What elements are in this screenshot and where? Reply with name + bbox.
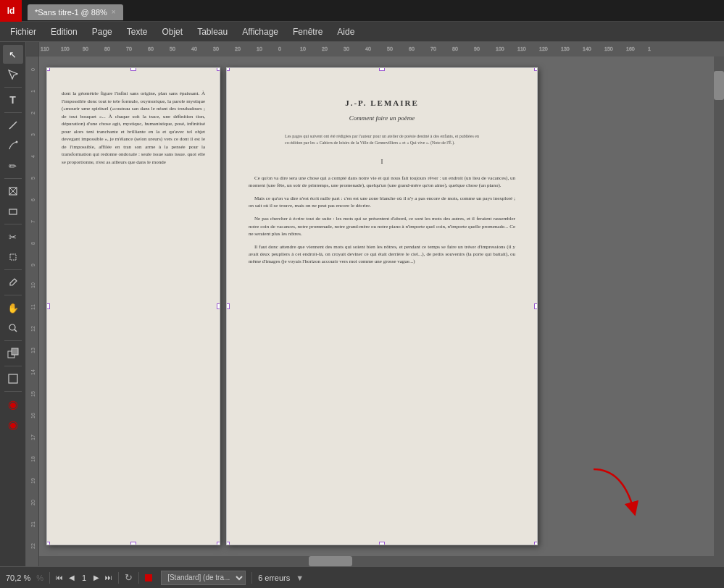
error-dropdown[interactable]: ▼ <box>296 574 304 582</box>
page-nav-prev[interactable]: ◀ <box>69 574 75 581</box>
page-title: Comment faire un poème <box>249 114 515 124</box>
canvas-area[interactable]: dont la géométrie figure l'infi­ni­ sans… <box>39 56 724 566</box>
page-nav-first[interactable]: ⏮ <box>56 574 63 581</box>
svg-text:16: 16 <box>30 413 36 419</box>
preflight-profile-select[interactable]: [Standard] (de tra... <box>161 571 246 585</box>
svg-text:3: 3 <box>30 133 36 136</box>
red-tool-1[interactable]: ◉ <box>3 395 23 413</box>
line-tool[interactable] <box>3 116 23 135</box>
pencil-tool[interactable]: ✏ <box>3 156 23 175</box>
handle-r-bm[interactable] <box>379 542 385 545</box>
status-divider-5 <box>251 572 252 584</box>
app-icon: Id <box>0 0 22 22</box>
menu-objet[interactable]: Objet <box>154 22 190 41</box>
svg-text:21: 21 <box>30 521 36 527</box>
handle-tr[interactable] <box>217 67 220 71</box>
handle-r-br[interactable] <box>534 542 538 545</box>
red-tool-2[interactable]: ◉ <box>3 415 23 434</box>
preflight-refresh-icon[interactable]: ↻ <box>125 572 133 583</box>
intro-block: Les pages qui suivent ont été rédi­gées … <box>285 133 479 146</box>
menu-aide[interactable]: Aide <box>330 22 362 41</box>
svg-text:80: 80 <box>104 46 110 51</box>
menu-edition[interactable]: Edition <box>43 22 85 41</box>
page-nav-last[interactable]: ⏭ <box>105 574 112 581</box>
handle-r-tr[interactable] <box>534 67 538 71</box>
svg-text:12: 12 <box>30 326 36 332</box>
menu-texte[interactable]: Texte <box>120 22 155 41</box>
select-tool[interactable]: ↖ <box>3 45 23 64</box>
svg-text:90: 90 <box>83 46 88 51</box>
paragraph-2: Mais ce qu'on va dire n'est écrit nulle … <box>249 195 515 209</box>
scrollbar-right[interactable] <box>714 56 724 566</box>
type-tool[interactable]: T <box>3 91 23 109</box>
svg-text:15: 15 <box>30 391 36 397</box>
mode-normal[interactable] <box>3 369 23 388</box>
page-nav-next[interactable]: ▶ <box>93 574 99 581</box>
svg-text:80: 80 <box>452 46 458 51</box>
menu-affichage[interactable]: Affichage <box>235 22 286 41</box>
handle-tm[interactable] <box>130 67 136 71</box>
handle-r-mr[interactable] <box>534 303 538 309</box>
svg-text:1: 1 <box>30 90 36 93</box>
scrollbar-thumb-v[interactable] <box>714 71 724 100</box>
handle-r-tl[interactable] <box>226 67 230 71</box>
handle-bm[interactable] <box>130 542 136 545</box>
left-page-content: dont la géométrie figure l'infi­ni­ sans… <box>47 68 220 545</box>
handle-ml[interactable] <box>46 303 50 309</box>
tool-divider-7 <box>4 340 22 341</box>
scissors-tool[interactable]: ✂ <box>3 227 23 246</box>
svg-text:40: 40 <box>191 46 197 51</box>
handle-bl[interactable] <box>46 542 50 545</box>
red-arrow <box>586 462 644 523</box>
document-tab[interactable]: *Sans titre-1 @ 88% × <box>28 4 123 20</box>
fill-stroke-tool[interactable] <box>3 344 23 363</box>
svg-text:19: 19 <box>30 478 36 484</box>
eyedropper-tool[interactable] <box>3 273 23 292</box>
zoom-tool[interactable] <box>3 319 23 337</box>
svg-text:11: 11 <box>30 304 36 310</box>
status-divider-3 <box>118 572 119 584</box>
direct-select-tool[interactable] <box>3 65 23 84</box>
svg-text:60: 60 <box>409 46 415 51</box>
svg-text:60: 60 <box>148 46 154 51</box>
handle-r-tm[interactable] <box>379 67 385 71</box>
svg-text:4: 4 <box>30 155 36 158</box>
scrollbar-bottom[interactable] <box>39 556 714 566</box>
handle-br[interactable] <box>217 542 220 545</box>
handle-mr[interactable] <box>217 303 220 309</box>
svg-rect-10 <box>12 348 18 355</box>
title-bar: Id *Sans titre-1 @ 88% × <box>0 0 724 22</box>
menu-tableau[interactable]: Tableau <box>190 22 235 41</box>
handle-tl[interactable] <box>46 67 50 71</box>
tab-close-button[interactable]: × <box>112 8 116 16</box>
transform-tool[interactable] <box>3 248 23 266</box>
page-left: dont la géométrie figure l'infi­ni­ sans… <box>46 67 220 545</box>
svg-text:7: 7 <box>30 220 36 223</box>
svg-text:160: 160 <box>626 46 635 51</box>
paragraph-1: Ce qu'on va dire sera une chose qui a co… <box>249 175 515 189</box>
svg-text:9: 9 <box>30 264 36 266</box>
svg-text:17: 17 <box>30 434 36 440</box>
svg-text:130: 130 <box>561 46 570 51</box>
svg-line-8 <box>14 329 17 332</box>
svg-text:50: 50 <box>387 46 393 51</box>
svg-text:110: 110 <box>41 46 49 51</box>
menu-fichier[interactable]: Fichier <box>3 22 43 41</box>
svg-text:90: 90 <box>474 46 480 51</box>
svg-text:10: 10 <box>257 46 262 51</box>
svg-text:120: 120 <box>539 46 548 51</box>
handle-r-bl[interactable] <box>226 542 230 545</box>
page-number-display: 1 <box>80 574 88 582</box>
scrollbar-thumb-h[interactable] <box>309 556 352 566</box>
pen-tool[interactable] <box>3 136 23 155</box>
hand-tool[interactable]: ✋ <box>3 298 23 317</box>
menu-page[interactable]: Page <box>85 22 120 41</box>
rectangle-tool[interactable] <box>3 202 23 221</box>
frame-tool[interactable] <box>3 182 23 201</box>
tool-divider-5 <box>4 269 22 270</box>
menu-bar: Fichier Edition Page Texte Objet Tableau… <box>0 22 724 42</box>
handle-r-ml[interactable] <box>226 303 230 309</box>
svg-text:20: 20 <box>235 46 241 51</box>
svg-text:10: 10 <box>300 46 306 51</box>
menu-fenetre[interactable]: Fenêtre <box>286 22 330 41</box>
